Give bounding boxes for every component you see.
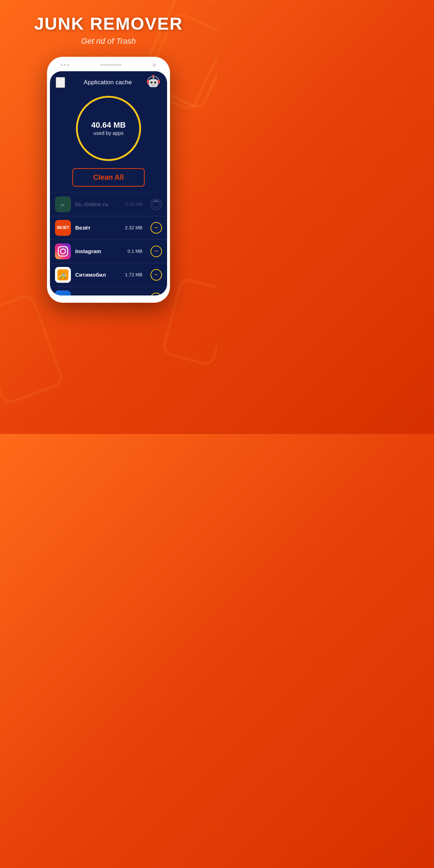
svg-rect-13 [55, 243, 71, 259]
app-name-dl: DL-Online.ru [75, 201, 121, 207]
app-icon-vezet: ВЕЗЁТ [55, 220, 71, 236]
citimobil-icon-svg: 🚕 [55, 267, 71, 283]
storage-size: 40.64 MB [91, 120, 125, 130]
app-size-vezet: 2.32 MB [125, 225, 142, 230]
screen-header: ← Application cache [50, 71, 167, 92]
minus-icon-citimobil: − [154, 271, 158, 278]
list-item: 🚕 Ситимобил 1.72 MB − [50, 263, 167, 286]
svg-rect-4 [150, 81, 153, 84]
remove-button-mailru[interactable]: − [150, 293, 162, 295]
svg-rect-6 [151, 85, 156, 86]
header-section: JUNK REMOVER Get rid of Trash [0, 0, 217, 46]
dl-icon-svg: DL [58, 199, 68, 209]
svg-rect-3 [149, 79, 158, 87]
phone-dots [61, 64, 69, 66]
minus-icon-vezet: − [154, 224, 158, 231]
app-name-instagram: Instagram [75, 248, 123, 254]
app-name-mailru: Почта Mail.ru [75, 295, 121, 295]
back-button[interactable]: ← [56, 77, 65, 88]
app-icon-citimobil: 🚕 [55, 267, 71, 283]
bg-clip-3 [0, 292, 65, 406]
spinner-dl [152, 200, 160, 208]
list-item: @ Почта Mail.ru 0.24 MB − [50, 286, 167, 295]
vezet-icon-svg: ВЕЗЁТ [55, 220, 71, 236]
app-size-citimobil: 1.72 MB [125, 272, 142, 277]
svg-text:🚕: 🚕 [59, 271, 67, 279]
phone-container: ← Application cache [0, 57, 217, 303]
subtitle: Get rid of Trash [0, 37, 217, 46]
remove-button-instagram[interactable]: − [150, 246, 162, 257]
app-icon-mailru: @ [55, 290, 71, 295]
phone-camera [153, 63, 156, 67]
robot-icon [145, 75, 161, 91]
mailru-icon-svg: @ [55, 290, 71, 295]
screen-title: Application cache [65, 79, 150, 86]
main-title: JUNK REMOVER [0, 14, 217, 34]
phone-speaker [100, 64, 122, 66]
instagram-icon-svg [55, 243, 71, 259]
svg-text:ВЕЗЁТ: ВЕЗЁТ [57, 225, 69, 230]
svg-rect-2 [157, 80, 160, 84]
minus-icon-mailru: − [154, 295, 158, 295]
app-size-dl: 0.34 MB [125, 201, 142, 207]
phone-dot-3 [67, 64, 69, 66]
remove-button-vezet[interactable]: − [150, 222, 162, 234]
app-list: DL DL-Online.ru 0.34 MB ВЕЗЁТ [50, 192, 167, 295]
svg-rect-1 [147, 80, 149, 84]
storage-label: used by apps [93, 130, 123, 136]
svg-rect-5 [154, 81, 156, 84]
phone-screen: ← Application cache [50, 71, 167, 295]
robot-svg [145, 75, 161, 91]
app-size-instagram: 0.1 MB [128, 248, 142, 254]
svg-text:DL: DL [61, 203, 65, 207]
list-item: Instagram 0.1 MB − [50, 239, 167, 263]
list-item: ВЕЗЁТ Везёт 2.32 MB − [50, 216, 167, 239]
list-item: DL DL-Online.ru 0.34 MB [50, 192, 167, 216]
svg-point-8 [152, 75, 154, 77]
svg-text:@: @ [59, 294, 67, 295]
phone-dot-2 [64, 64, 66, 66]
app-icon-dl: DL [55, 196, 71, 212]
phone-dot-1 [61, 64, 63, 66]
storage-circle: 40.64 MB used by apps [76, 96, 141, 161]
storage-circle-container: 40.64 MB used by apps [50, 96, 167, 161]
remove-button-dl[interactable] [150, 199, 162, 210]
phone-top-bar [50, 62, 167, 68]
app-icon-instagram [55, 243, 71, 259]
remove-button-citimobil[interactable]: − [150, 269, 162, 281]
svg-point-16 [66, 247, 67, 248]
phone-frame: ← Application cache [47, 57, 170, 303]
minus-icon-instagram: − [154, 248, 158, 254]
clean-all-button[interactable]: Clean All [72, 168, 145, 187]
app-name-citimobil: Ситимобил [75, 272, 121, 278]
app-name-vezet: Везёт [75, 225, 121, 231]
